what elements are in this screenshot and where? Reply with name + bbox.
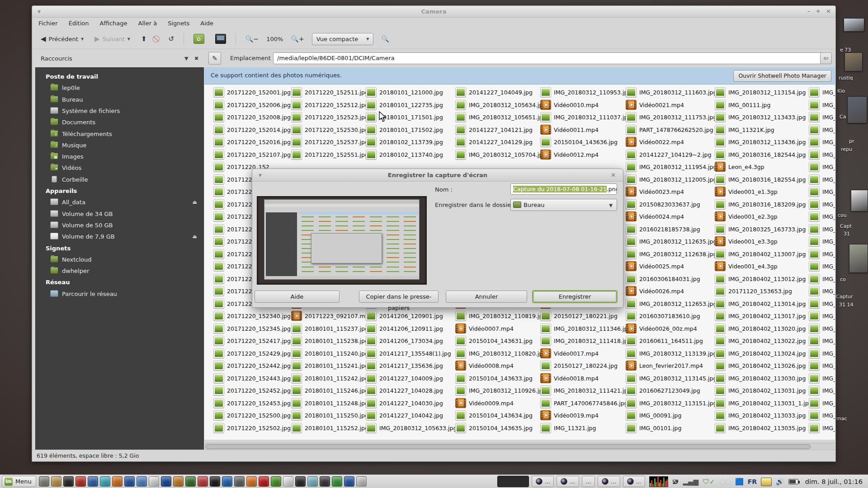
taskbar-window-button-3[interactable]: ... [582,476,595,487]
file-item[interactable]: IMG_201 [809,261,835,273]
save-button[interactable]: Enregistrer [533,291,617,303]
sidebar-item-volume-de-7-9-gb[interactable]: Volume de 7,9 GB⏏ [36,231,203,243]
file-item[interactable]: IMG_201 [809,423,835,435]
launcher-icon-4[interactable] [88,476,98,487]
file-item[interactable]: IMG_201 [809,211,835,223]
launcher-icon-14[interactable] [210,476,220,487]
folder-select[interactable]: Bureau ▼ [510,199,617,211]
desktop-icon-label[interactable]: pr [849,138,854,144]
sidebar-item-dwhelper[interactable]: dwhelper [36,266,203,277]
stop-button[interactable]: ⃠ [155,33,161,45]
up-button[interactable]: ⬆ [138,33,150,45]
sidebar-item-vid-os[interactable]: ▸Vidéos [36,163,203,174]
computer-button[interactable] [212,32,229,46]
reload-button[interactable]: ↺ [165,33,178,45]
screenshot-tray-icon[interactable] [761,478,772,486]
launcher-icon-17[interactable] [246,476,257,487]
launcher-icon-2[interactable] [63,476,74,487]
desktop-icon-thumbnail[interactable] [847,96,867,123]
view-mode-select[interactable]: Vue compacte▼ [312,33,374,45]
desktop-icon-label[interactable]: 31 [844,231,850,237]
taskbar-window-button-2[interactable]: ... [557,476,579,487]
menu-item-0[interactable]: Fichier [38,20,58,27]
filename-input[interactable]: Capture du 2018-07-08 01-16-21.png [510,183,617,195]
sidebar-item-musique[interactable]: ♪Musique [36,140,203,151]
launcher-icon-13[interactable] [198,476,208,487]
close-button[interactable]: × [826,8,831,14]
sidebar-mode-dropdown[interactable]: ▼ [184,56,188,61]
file-item[interactable]: IMG_201 [809,87,835,99]
desktop-icon-label[interactable]: e 73 [840,47,851,53]
update-shield-icon[interactable]: 🛡✓ [703,478,715,486]
menu-item-2[interactable]: Affichage [99,20,127,27]
taskbar-window-button-0[interactable] [497,476,529,487]
taskbar-window-button-5[interactable]: ... [623,476,645,487]
system-monitor-graph[interactable] [649,476,668,487]
file-item[interactable]: IMG_201 [809,361,835,372]
launcher-icon-22[interactable] [307,476,318,487]
launcher-icon-23[interactable] [320,476,330,487]
network-icon[interactable]: ◌◌ [719,478,731,486]
launcher-icon-24[interactable] [332,476,342,487]
keyboard-layout[interactable]: FR [748,478,757,485]
zoom-in-button[interactable]: 🔍+ [288,33,307,45]
home-button[interactable] [190,32,208,46]
taskbar-window-button-4[interactable]: ... [598,476,620,487]
launcher-icon-1[interactable] [51,476,61,487]
location-go-button[interactable]: ⇦ [820,52,832,64]
file-item[interactable]: IMG_201 [809,336,835,347]
file-item[interactable]: IMG_201 [809,174,835,186]
desktop-icon-label[interactable]: Captur [836,294,853,300]
launcher-icon-19[interactable] [271,476,281,487]
desktop-icon-thumbnail[interactable] [844,52,863,71]
desktop-icon-label[interactable]: mac [836,416,847,422]
file-item[interactable]: IMG_201 [809,398,835,410]
launcher-icon-12[interactable] [185,476,196,487]
zoom-out-button[interactable]: 🔍− [242,33,262,45]
eject-icon[interactable]: ⏏ [193,234,197,239]
menu-button[interactable]: lm Menu [2,476,36,487]
edit-location-button[interactable]: ✎ [208,52,221,65]
file-item[interactable]: IMG_201 [809,162,835,174]
help-button[interactable]: Aide [255,291,340,303]
file-item[interactable]: IMG_201 [809,137,835,149]
cancel-button[interactable]: Annuler [446,291,527,303]
launcher-icon-16[interactable] [234,476,245,487]
bluetooth-icon[interactable]: 🟦 [735,478,744,486]
menu-item-3[interactable]: Aller à [138,20,157,27]
scrollbar-thumb[interactable] [205,444,811,449]
desktop-icon-label[interactable]: co [840,277,846,282]
sidebar-item-corbeille[interactable]: Corbeille [36,174,203,186]
copy-clipboard-button[interactable]: Copier dans le presse-papiers [359,291,439,303]
launcher-icon-5[interactable] [100,476,110,487]
desktop-icon-label[interactable]: repu [841,146,852,152]
back-button[interactable]: ◀ Précédent▼ [38,33,87,45]
volume-icon[interactable]: 🔊 [776,478,784,486]
menu-item-4[interactable]: Signets [168,20,189,27]
file-item[interactable]: IMG_201 [809,249,835,261]
launcher-icon-3[interactable] [75,476,86,487]
sidebar-item-nextcloud[interactable]: Nextcloud [36,254,203,266]
sidebar-item-documents[interactable]: Documents [36,117,203,128]
sidebar-item-bureau[interactable]: Bureau [36,94,203,106]
file-item[interactable]: IMG_201 [809,348,835,360]
sidebar-item-images[interactable]: ▦Images [36,151,203,163]
file-item[interactable]: IMG_201 [809,236,835,248]
forward-dropdown-icon[interactable]: ▼ [127,37,130,41]
sidebar-close-icon[interactable]: ✖ [194,56,198,61]
desktop-icon-label[interactable]: Ca [840,114,846,120]
launcher-icon-9[interactable] [149,476,159,487]
file-item[interactable]: IMG_201 [809,274,835,286]
dialog-close-icon[interactable]: ✕ [611,172,616,178]
back-dropdown-icon[interactable]: ▼ [81,37,84,41]
desktop-icon-label[interactable]: cou [838,212,847,218]
desktop-icon-label[interactable]: Kio [837,88,845,94]
eject-icon[interactable]: ⏏ [193,199,197,205]
launcher-icon-25[interactable] [344,476,354,487]
file-item[interactable]: IMG_201 [809,324,835,335]
launcher-icon-0[interactable] [39,476,49,487]
sidebar-item-volume-de-34-gb[interactable]: Volume de 34 GB [36,209,203,220]
file-item[interactable]: IMG_201 [809,311,835,323]
desktop-icon-label[interactable]: rustiq [839,75,853,81]
file-item[interactable]: IMG_201 [809,150,835,161]
